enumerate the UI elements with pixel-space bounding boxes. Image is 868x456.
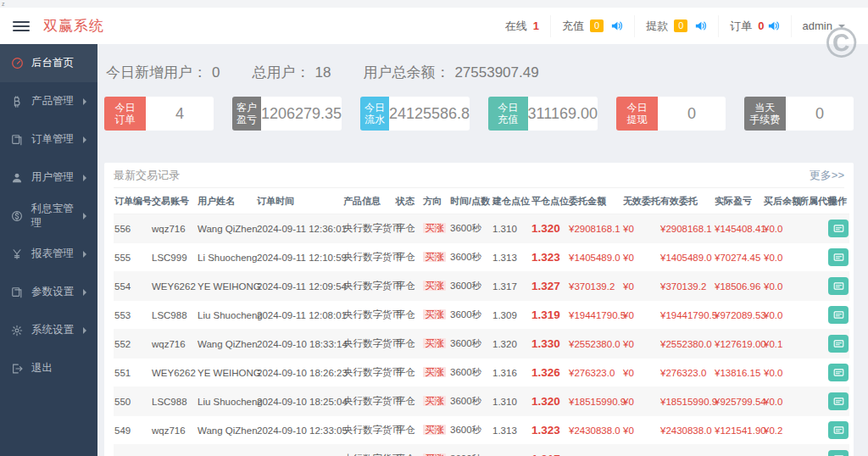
cell-time: 2024-09-10 12:33:05: [256, 416, 342, 445]
summary-stats: 今日新增用户：0 总用户：18 用户总余额：27553907.49: [106, 63, 854, 82]
sidebar-item-logout[interactable]: 退出: [0, 349, 97, 387]
cell-direction: 买涨: [422, 330, 449, 359]
cell-duration: 3600秒: [449, 359, 492, 387]
cell-open: 1.313: [492, 416, 531, 445]
direction-tag: 买涨: [423, 396, 446, 406]
cell-valid: ¥18515990.9: [659, 387, 714, 416]
user-icon: [11, 171, 25, 185]
online-status: 在线 1: [494, 15, 550, 37]
brand-title: 双赢系统: [43, 16, 104, 36]
cell-close: 1.327: [531, 272, 568, 301]
cell-balance: ¥0.1: [763, 330, 798, 359]
direction-tag: 买涨: [423, 309, 446, 320]
cell-direction: 买涨: [422, 243, 449, 272]
detail-button[interactable]: [828, 335, 849, 353]
system-icon: [11, 324, 25, 337]
report-icon: [11, 247, 25, 261]
detail-button[interactable]: [828, 277, 849, 295]
cell-action: [827, 445, 849, 456]
withdraw-badge: 0: [674, 19, 687, 32]
sidebar-item-users[interactable]: 用户管理: [0, 158, 97, 197]
column-header: 买后余额: [763, 188, 798, 214]
cell-agent: [798, 243, 827, 272]
column-header: 用户姓名: [197, 188, 256, 214]
sidebar-item-products[interactable]: 产品管理: [0, 82, 97, 120]
cell-close: 1.323: [531, 243, 568, 272]
cell-agent: [798, 416, 827, 445]
order-alert[interactable]: 订单 0: [718, 15, 790, 37]
column-header: 实际盈亏: [714, 188, 763, 214]
cell-name: Wang QiZhen: [197, 416, 256, 445]
cell-action: [827, 301, 849, 330]
cell-product: 央行数字货币: [342, 387, 395, 416]
interest-icon: [11, 209, 25, 223]
stat-card-label: 客户盈亏: [232, 97, 261, 131]
cell-action: [827, 243, 849, 272]
cell-duration: 3600秒: [449, 387, 492, 416]
cell-invalid: ¥0: [622, 416, 659, 445]
speaker-icon[interactable]: [767, 19, 780, 32]
trade-row: 556wqz716Wang QiZhen2024-09-11 12:36:01央…: [114, 214, 849, 243]
detail-button[interactable]: [828, 220, 849, 237]
cell-name: Liu Shuocheng: [197, 301, 256, 330]
detail-button[interactable]: [828, 392, 849, 410]
column-header: 所属代理: [798, 188, 827, 214]
direction-tag: 买涨: [423, 223, 446, 233]
sidebar: 后台首页 产品管理 订单管理 用户管理 利息宝管理 报表管理 参数设置 系统设置: [0, 44, 97, 456]
cell-time: 2024-09-10 18:33:14: [256, 330, 342, 359]
cell-status: 平仓: [395, 330, 422, 359]
detail-button[interactable]: [828, 421, 849, 439]
cell-duration: 3600秒: [449, 330, 492, 359]
withdraw-alert[interactable]: 提款 0: [634, 15, 718, 37]
cell-duration: 3600秒: [449, 214, 492, 243]
cell-account: WEY6262: [151, 272, 197, 301]
table-header-row: 订单编号交易账号用户姓名订单时间产品信息状态方向时间/点数建仓点位平仓点位委托金…: [114, 188, 849, 214]
stat-card-label: 今日订单: [104, 97, 146, 131]
total-users-stat: 总用户：18: [252, 63, 331, 82]
cell-time: 2024-09-10 18:25:04: [256, 387, 342, 416]
cell-valid: ¥263164.8: [659, 445, 714, 456]
sidebar-item-home[interactable]: 后台首页: [0, 44, 97, 82]
sidebar-item-orders[interactable]: 订单管理: [0, 120, 97, 158]
panel-title: 最新交易记录: [114, 168, 180, 183]
direction-tag: 买涨: [423, 338, 446, 348]
cell-id: 551: [114, 359, 151, 387]
cell-action: [827, 359, 849, 387]
speaker-icon[interactable]: [610, 19, 623, 32]
cell-name: Liu Shuocheng: [197, 387, 256, 416]
sidebar-item-system[interactable]: 系统设置: [0, 311, 97, 349]
stat-card-today_recharge: 今日充值 311169.00: [488, 97, 598, 131]
cell-time: 2024-09-10 18:26:23: [256, 359, 342, 387]
cell-amount: ¥18515990.9: [568, 387, 622, 416]
cell-invalid: ¥0: [622, 387, 659, 416]
cell-open: 1.310: [492, 214, 531, 243]
recharge-alert[interactable]: 充值 0: [550, 15, 634, 37]
cell-direction: 买涨: [422, 272, 449, 301]
sidebar-item-interest[interactable]: 利息宝管理: [0, 197, 97, 235]
detail-button[interactable]: [828, 248, 849, 266]
detail-button[interactable]: [828, 364, 849, 381]
sidebar-item-params[interactable]: 参数设置: [0, 273, 97, 311]
cell-time: 2024-09-10 12:28:20: [256, 445, 342, 456]
cell-status: 平仓: [395, 387, 422, 416]
stat-card-label: 今日流水: [360, 97, 389, 131]
cell-time: 2024-09-11 12:09:54: [256, 272, 342, 301]
cell-action: [827, 330, 849, 359]
cell-account: LSC988: [151, 301, 197, 330]
stat-card-today_orders: 今日订单 4: [104, 97, 214, 131]
cell-balance: ¥0.0: [763, 301, 798, 330]
cell-agent: [798, 387, 827, 416]
cell-open: 1.310: [492, 387, 531, 416]
column-header: 建仓点位: [492, 188, 531, 214]
cell-time: 2024-09-11 12:08:01: [256, 301, 342, 330]
detail-button[interactable]: [828, 450, 849, 456]
cell-close: 1.320: [531, 387, 568, 416]
cell-id: 555: [114, 243, 151, 272]
cell-account: LSC988: [151, 387, 197, 416]
speaker-icon[interactable]: [694, 19, 707, 32]
more-link[interactable]: 更多>>: [810, 168, 844, 183]
menu-toggle-icon[interactable]: [13, 21, 30, 31]
user-menu[interactable]: admin: [791, 15, 856, 37]
sidebar-item-reports[interactable]: 报表管理: [0, 235, 97, 273]
detail-button[interactable]: [828, 306, 849, 324]
